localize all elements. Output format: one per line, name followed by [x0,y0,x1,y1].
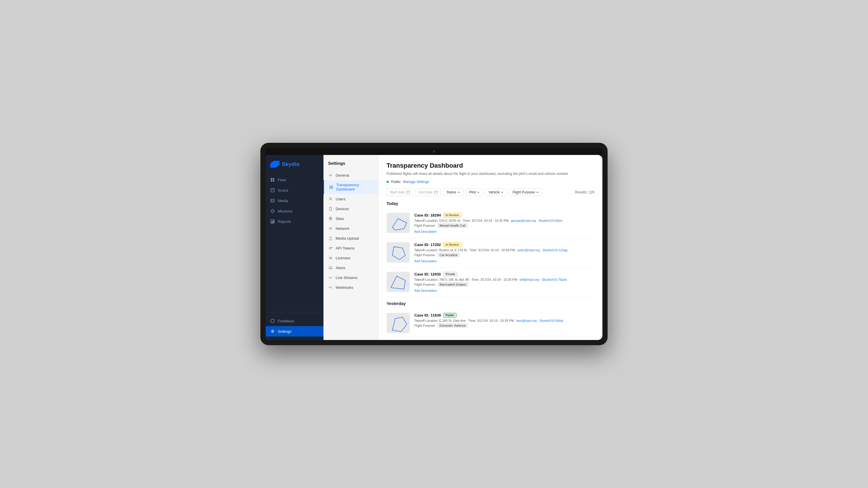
end-date-input[interactable]: End date [415,189,441,196]
status-text: Public [391,180,401,184]
purpose-tag-11839: Domestic Violence [437,323,468,328]
svg-point-13 [272,331,273,332]
flight-map-thumb-18294[interactable] [386,213,410,233]
add-desc-12930[interactable]: Add Description [414,289,437,292]
webhooks-icon [328,285,333,290]
add-desc-17292[interactable]: Add Description [414,259,437,263]
calendar-icon-start [406,191,410,194]
settings-panel: Settings General Transparency [323,155,378,340]
sidebar-bottom: Feedback Settings [266,312,323,340]
svg-rect-3 [273,180,274,182]
svg-rect-9 [271,222,272,223]
sidebar-settings-label: Settings [278,329,291,334]
page-title: Transparency Dashboard [386,162,594,169]
flight-purpose-filter[interactable]: Flight Purpose [509,189,542,196]
manage-settings-link[interactable]: Manage Settings [403,180,429,184]
sidebar-item-feedback[interactable]: Feedback [266,316,323,326]
sidebar-media-label: Media [278,199,288,203]
flight-header-18294: Case ID: 18294 In Review [414,213,594,218]
sidebar-item-media[interactable]: Media [266,195,323,206]
settings-item-transparency[interactable]: Transparency Dashboard [323,180,378,194]
flight-purpose-17292: Flight Purpose: Car Accident [414,253,594,257]
email-11839[interactable]: ben@mpd.org [517,319,537,322]
flight-map-thumb-17292[interactable] [386,242,410,262]
settings-item-network[interactable]: Network [323,224,378,233]
media-upload-icon [328,236,333,240]
purpose-tag-17292: Car Accident [437,253,460,257]
settings-panel-title: Settings [323,155,378,170]
flight-header-11839: Case ID: 11839 Public [414,313,594,318]
svg-point-21 [329,247,331,249]
svg-rect-37 [386,242,410,262]
sidebar-item-fleet[interactable]: Fleet [266,174,323,185]
filters-row: Start date End date [386,189,594,196]
transparency-label: Transparency Dashboard [336,183,374,191]
email-18294[interactable]: george@mpd.org [511,219,536,222]
sidebar-item-missions[interactable]: Missions [266,206,323,216]
sidebar-item-settings[interactable]: Settings [266,326,323,336]
sidebar-logo: Skydio [266,155,323,174]
flight-purpose-11839: Flight Purpose: Domestic Violence [414,323,594,328]
sidebar: Skydio Fleet [266,155,323,340]
devices-icon [328,206,333,211]
flight-card-11839: Case ID: 11839 Public Takeoff Location: … [386,309,594,337]
vehicle-filter-label: Vehicle [488,190,500,194]
svg-rect-15 [330,186,332,188]
badge-12930: Private [443,272,458,277]
alerts-icon [328,265,333,270]
start-date-input[interactable]: Start date [386,189,413,196]
pilot-filter[interactable]: Pilot [466,189,483,196]
settings-item-api-tokens[interactable]: API Tokens [323,243,378,253]
settings-item-devices[interactable]: Devices [323,204,378,214]
flight-detail-11839: Takeoff Location: E 180 St, Daly Ave · T… [414,319,594,322]
flight-map-thumb-12930[interactable] [386,272,410,292]
flight-purpose-filter-label: Flight Purpose [513,190,535,194]
vehicle-17292[interactable]: SkydioX10-12sag [542,248,567,252]
settings-item-media-upload[interactable]: Media Upload [323,233,378,243]
section-today: Today Case ID: 18294 In Review [386,201,594,297]
media-icon [270,198,275,203]
media-upload-label: Media Upload [336,236,359,240]
case-id-17292: Case ID: 17292 [414,242,441,247]
sidebar-item-scans[interactable]: Scans [266,185,323,195]
main-content: Transparency Dashboard Published flights… [378,155,602,340]
svg-point-18 [330,209,331,210]
sidebar-nav: Fleet Scans [266,174,323,312]
chevron-down-icon-vehicle [501,191,504,194]
purpose-tag-18294: Mental Health Call [437,223,468,228]
status-dot [386,181,389,183]
settings-item-alerts[interactable]: Alerts [323,263,378,272]
settings-item-general[interactable]: General [323,170,378,180]
webhooks-label: Webhooks [336,285,353,290]
vehicle-filter[interactable]: Vehicle [485,189,507,196]
flight-card-17292: Case ID: 17292 In Review Takeoff Locatio… [386,238,594,268]
flight-info-11839: Case ID: 11839 Public Takeoff Location: … [414,313,594,333]
sidebar-item-reports[interactable]: Reports [266,216,323,227]
status-row: Public Manage Settings [386,180,594,184]
add-desc-18294[interactable]: Add Description [414,230,437,233]
settings-item-sites[interactable]: Sites [323,214,378,224]
svg-rect-38 [386,272,410,292]
svg-rect-2 [271,180,272,182]
vehicle-18294[interactable]: SkydioX10-82ksl [538,219,562,222]
settings-item-live-streams[interactable]: Live Streams [323,272,378,283]
flight-map-thumb-11839[interactable] [386,313,410,333]
section-yesterday-label: Yesterday [386,301,594,306]
status-filter[interactable]: Status [443,189,464,196]
settings-item-users[interactable]: Users [323,194,378,204]
flight-purpose-18294: Flight Purpose: Mental Health Call [414,223,594,228]
flight-info-18294: Case ID: 18294 In Review Takeoff Locatio… [414,213,594,234]
badge-17292: In Review [443,242,461,247]
svg-rect-6 [271,199,274,202]
email-17292[interactable]: peter@mpd.org [518,248,540,252]
svg-rect-0 [271,178,272,180]
sidebar-missions-label: Missions [278,209,292,214]
email-12930[interactable]: will@mpd.org [520,278,539,281]
calendar-icon-end [434,191,438,194]
vehicle-11839[interactable]: SkydioX10-59isb [539,319,563,322]
settings-item-webhooks[interactable]: Webhooks [323,283,378,292]
settings-item-licenses[interactable]: Licenses [323,253,378,263]
vehicle-12930[interactable]: SkydioX10-75pob [541,278,567,281]
reports-icon [270,219,275,224]
flight-card-12930: Case ID: 12930 Private Takeoff Location:… [386,268,594,297]
